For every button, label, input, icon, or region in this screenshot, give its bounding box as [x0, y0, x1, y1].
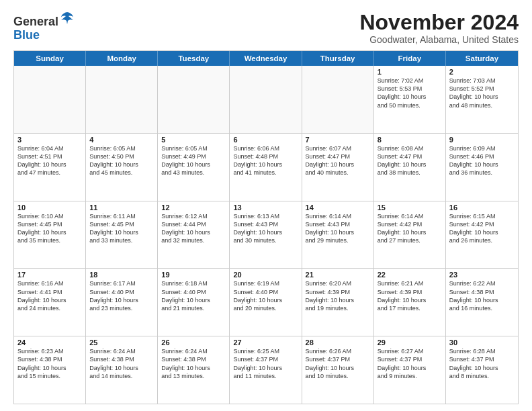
calendar-row: 17Sunrise: 6:16 AM Sunset: 4:41 PM Dayli…: [14, 269, 518, 336]
day-number: 24: [17, 338, 82, 347]
calendar-cell: 5Sunrise: 6:05 AM Sunset: 4:49 PM Daylig…: [158, 134, 230, 201]
logo: General Blue: [13, 11, 75, 42]
day-number: 2: [449, 68, 515, 76]
calendar-cell: 22Sunrise: 6:21 AM Sunset: 4:39 PM Dayli…: [374, 269, 446, 336]
cell-info: Sunrise: 6:12 AM Sunset: 4:44 PM Dayligh…: [161, 212, 226, 245]
cell-info: Sunrise: 6:14 AM Sunset: 4:43 PM Dayligh…: [306, 212, 370, 245]
calendar-cell: 3Sunrise: 6:04 AM Sunset: 4:51 PM Daylig…: [14, 134, 86, 201]
day-number: 10: [17, 203, 82, 212]
logo-bird-icon: [60, 11, 75, 26]
day-number: 21: [306, 271, 370, 279]
day-number: 13: [233, 203, 298, 212]
calendar-cell: 30Sunrise: 6:28 AM Sunset: 4:37 PM Dayli…: [446, 336, 518, 404]
day-number: 8: [378, 136, 442, 144]
calendar-cell: 29Sunrise: 6:27 AM Sunset: 4:37 PM Dayli…: [374, 336, 446, 404]
calendar-cell: [158, 66, 230, 133]
calendar-row: 1Sunrise: 7:02 AM Sunset: 5:53 PM Daylig…: [14, 66, 518, 134]
calendar-row: 10Sunrise: 6:10 AM Sunset: 4:45 PM Dayli…: [14, 201, 518, 269]
calendar-cell: 9Sunrise: 6:09 AM Sunset: 4:46 PM Daylig…: [446, 134, 518, 201]
day-number: 6: [233, 136, 298, 144]
page: General Blue November 2024 Goodwater, Al…: [0, 0, 532, 411]
weekday-header: Friday: [374, 51, 446, 66]
calendar-cell: 25Sunrise: 6:24 AM Sunset: 4:38 PM Dayli…: [86, 336, 158, 404]
calendar-cell: 19Sunrise: 6:18 AM Sunset: 4:40 PM Dayli…: [158, 269, 230, 336]
day-number: 4: [89, 136, 154, 144]
cell-info: Sunrise: 6:05 AM Sunset: 4:50 PM Dayligh…: [89, 144, 154, 177]
day-number: 15: [378, 203, 442, 212]
day-number: 30: [449, 338, 515, 347]
location: Goodwater, Alabama, United States: [359, 34, 519, 45]
day-number: 26: [161, 338, 226, 347]
cell-info: Sunrise: 7:03 AM Sunset: 5:52 PM Dayligh…: [449, 77, 515, 109]
calendar-cell: 27Sunrise: 6:25 AM Sunset: 4:37 PM Dayli…: [230, 336, 302, 404]
calendar-cell: 1Sunrise: 7:02 AM Sunset: 5:53 PM Daylig…: [374, 66, 446, 133]
cell-info: Sunrise: 6:15 AM Sunset: 4:42 PM Dayligh…: [449, 212, 515, 245]
calendar-cell: 26Sunrise: 6:24 AM Sunset: 4:38 PM Dayli…: [158, 336, 230, 404]
day-number: 22: [378, 271, 442, 279]
cell-info: Sunrise: 6:24 AM Sunset: 4:38 PM Dayligh…: [161, 347, 226, 380]
calendar-cell: 28Sunrise: 6:26 AM Sunset: 4:37 PM Dayli…: [302, 336, 374, 404]
weekday-header: Sunday: [14, 51, 86, 66]
day-number: 23: [449, 271, 515, 279]
calendar-cell: 24Sunrise: 6:23 AM Sunset: 4:38 PM Dayli…: [14, 336, 86, 404]
calendar-cell: [14, 66, 86, 133]
cell-info: Sunrise: 6:08 AM Sunset: 4:47 PM Dayligh…: [378, 144, 442, 177]
cell-info: Sunrise: 6:11 AM Sunset: 4:45 PM Dayligh…: [89, 212, 154, 245]
weekday-header: Monday: [86, 51, 158, 66]
cell-info: Sunrise: 6:13 AM Sunset: 4:43 PM Dayligh…: [233, 212, 298, 245]
cell-info: Sunrise: 6:10 AM Sunset: 4:45 PM Dayligh…: [17, 212, 82, 245]
day-number: 29: [378, 338, 442, 347]
day-number: 27: [233, 338, 298, 347]
cell-info: Sunrise: 6:19 AM Sunset: 4:40 PM Dayligh…: [233, 279, 298, 312]
calendar-cell: [86, 66, 158, 133]
cell-info: Sunrise: 6:14 AM Sunset: 4:42 PM Dayligh…: [378, 212, 442, 245]
cell-info: Sunrise: 6:26 AM Sunset: 4:37 PM Dayligh…: [306, 347, 370, 380]
cell-info: Sunrise: 6:20 AM Sunset: 4:39 PM Dayligh…: [306, 279, 370, 312]
title-section: November 2024 Goodwater, Alabama, United…: [359, 11, 519, 45]
day-number: 9: [449, 136, 515, 144]
calendar-cell: 2Sunrise: 7:03 AM Sunset: 5:52 PM Daylig…: [446, 66, 518, 133]
calendar-cell: 10Sunrise: 6:10 AM Sunset: 4:45 PM Dayli…: [14, 201, 86, 269]
day-number: 7: [306, 136, 370, 144]
weekday-header: Wednesday: [230, 51, 302, 66]
cell-info: Sunrise: 6:28 AM Sunset: 4:37 PM Dayligh…: [449, 347, 515, 380]
cell-info: Sunrise: 6:06 AM Sunset: 4:48 PM Dayligh…: [233, 144, 298, 177]
day-number: 20: [233, 271, 298, 279]
day-number: 25: [89, 338, 154, 347]
calendar-cell: 11Sunrise: 6:11 AM Sunset: 4:45 PM Dayli…: [86, 201, 158, 269]
day-number: 14: [306, 203, 370, 212]
calendar-cell: [230, 66, 302, 133]
day-number: 16: [449, 203, 515, 212]
logo-blue: Blue: [13, 28, 40, 42]
calendar-cell: [302, 66, 374, 133]
cell-info: Sunrise: 6:23 AM Sunset: 4:38 PM Dayligh…: [17, 347, 82, 380]
calendar-cell: 8Sunrise: 6:08 AM Sunset: 4:47 PM Daylig…: [374, 134, 446, 201]
cell-info: Sunrise: 6:22 AM Sunset: 4:38 PM Dayligh…: [449, 279, 515, 312]
calendar-cell: 16Sunrise: 6:15 AM Sunset: 4:42 PM Dayli…: [446, 201, 518, 269]
calendar-cell: 18Sunrise: 6:17 AM Sunset: 4:40 PM Dayli…: [86, 269, 158, 336]
day-number: 18: [89, 271, 154, 279]
header: General Blue November 2024 Goodwater, Al…: [13, 11, 519, 45]
cell-info: Sunrise: 6:05 AM Sunset: 4:49 PM Dayligh…: [161, 144, 226, 177]
day-number: 12: [161, 203, 226, 212]
calendar-cell: 23Sunrise: 6:22 AM Sunset: 4:38 PM Dayli…: [446, 269, 518, 336]
cell-info: Sunrise: 6:21 AM Sunset: 4:39 PM Dayligh…: [378, 279, 442, 312]
calendar-cell: 21Sunrise: 6:20 AM Sunset: 4:39 PM Dayli…: [302, 269, 374, 336]
cell-info: Sunrise: 6:07 AM Sunset: 4:47 PM Dayligh…: [306, 144, 370, 177]
calendar-cell: 13Sunrise: 6:13 AM Sunset: 4:43 PM Dayli…: [230, 201, 302, 269]
day-number: 3: [17, 136, 82, 144]
day-number: 19: [161, 271, 226, 279]
calendar-cell: 6Sunrise: 6:06 AM Sunset: 4:48 PM Daylig…: [230, 134, 302, 201]
cell-info: Sunrise: 6:18 AM Sunset: 4:40 PM Dayligh…: [161, 279, 226, 312]
calendar-row: 24Sunrise: 6:23 AM Sunset: 4:38 PM Dayli…: [14, 336, 518, 404]
calendar-cell: 4Sunrise: 6:05 AM Sunset: 4:50 PM Daylig…: [86, 134, 158, 201]
calendar-cell: 17Sunrise: 6:16 AM Sunset: 4:41 PM Dayli…: [14, 269, 86, 336]
cell-info: Sunrise: 7:02 AM Sunset: 5:53 PM Dayligh…: [378, 77, 442, 109]
cell-info: Sunrise: 6:27 AM Sunset: 4:37 PM Dayligh…: [378, 347, 442, 380]
calendar-body: 1Sunrise: 7:02 AM Sunset: 5:53 PM Daylig…: [14, 66, 518, 404]
weekday-header: Saturday: [446, 51, 518, 66]
day-number: 1: [378, 68, 442, 76]
calendar-cell: 15Sunrise: 6:14 AM Sunset: 4:42 PM Dayli…: [374, 201, 446, 269]
cell-info: Sunrise: 6:24 AM Sunset: 4:38 PM Dayligh…: [89, 347, 154, 380]
cell-info: Sunrise: 6:17 AM Sunset: 4:40 PM Dayligh…: [89, 279, 154, 312]
